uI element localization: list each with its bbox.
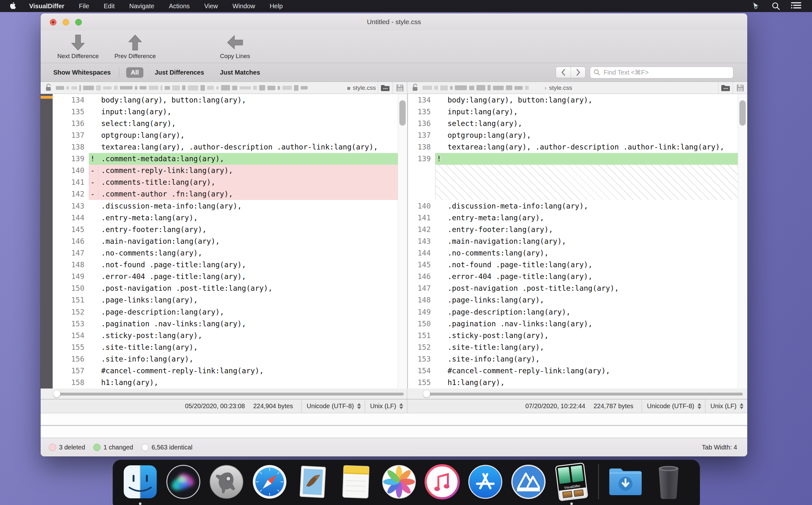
window-title: Untitled - style.css [41, 13, 747, 30]
pointer-tool-icon[interactable] [751, 1, 761, 11]
dock-safari-icon[interactable] [251, 463, 288, 501]
line-number: 135 [408, 106, 435, 118]
code-text: select:lang(ary), [445, 119, 747, 128]
menu-item-window[interactable]: Window [233, 3, 255, 10]
title-bar[interactable]: Untitled - style.css [41, 13, 747, 30]
spotlight-search-icon[interactable] [771, 2, 780, 10]
reveal-folder-button[interactable] [718, 82, 733, 94]
lock-icon[interactable] [412, 83, 419, 93]
line-content: .main-navigation:lang(ary), [435, 235, 747, 247]
code-text: .comments-title:lang(ary), [98, 178, 407, 186]
menu-item-edit[interactable]: Edit [104, 3, 114, 10]
save-button[interactable] [392, 82, 407, 94]
reveal-folder-button[interactable] [378, 82, 392, 94]
line-content: .discussion-meta-info:lang(ary), [435, 200, 747, 212]
right-filename: ›style.css [545, 85, 572, 92]
dock-photos-icon[interactable] [380, 463, 418, 501]
empty-strip [41, 426, 747, 438]
dock-mail-icon[interactable] [294, 463, 331, 501]
dock-app-store-icon[interactable] [467, 463, 504, 501]
menu-item-view[interactable]: View [204, 3, 218, 10]
menu-item-file[interactable]: File [79, 3, 89, 10]
diff-overview-map[interactable] [41, 94, 53, 399]
right-file-size: 224,787 bytes [593, 402, 633, 410]
toolbar-copy-lines-button[interactable]: Copy Lines [211, 34, 259, 60]
left-horizontal-scrollbar[interactable] [41, 388, 407, 399]
show-whitespaces-label[interactable]: Show Whitespaces [53, 69, 111, 76]
dock-visualdiffer-icon[interactable]: VisualDiffer [553, 463, 590, 501]
dock-launchpad-icon[interactable] [208, 463, 245, 501]
scrollbar-thumb[interactable] [739, 100, 746, 126]
notification-list-icon[interactable] [791, 2, 801, 10]
line-content: body:lang(ary), button:lang(ary), [435, 94, 747, 106]
left-file-size: 224,904 bytes [253, 402, 293, 410]
redacted-segment [301, 86, 308, 90]
line-number: 145 [408, 259, 435, 271]
left-encoding-select[interactable]: Unicode (UTF-8) [301, 399, 365, 413]
left-line-ending-select[interactable]: Unix (LF) [365, 399, 407, 413]
lock-icon[interactable] [45, 83, 52, 93]
diff-line-153: 153.site-info:lang(ary), [408, 353, 747, 365]
diff-marker: - [89, 190, 98, 198]
segment-all[interactable]: All [126, 67, 144, 78]
redacted-segment [423, 86, 432, 90]
dock-downloads-icon[interactable] [607, 463, 644, 501]
diff-line-155: 155.site-title:lang(ary), [53, 341, 407, 353]
line-number: 142 [53, 188, 89, 200]
search-input[interactable] [603, 68, 730, 76]
redacted-segment [188, 86, 198, 91]
scrollbar-track[interactable] [57, 393, 404, 395]
scrollbar-thumb[interactable] [399, 100, 406, 126]
apple-menu-icon[interactable] [10, 2, 17, 10]
collapsed-gap-row [408, 165, 747, 200]
line-number: 143 [53, 200, 89, 212]
line-content: select:lang(ary), [435, 118, 747, 129]
line-number: 140 [408, 200, 435, 212]
dock-itunes-icon[interactable] [424, 463, 461, 501]
dock-trash-icon[interactable] [650, 463, 687, 501]
redacted-segment [172, 86, 180, 91]
redacted-segment [140, 86, 147, 90]
find-next-button[interactable] [571, 67, 585, 78]
redacted-segment [182, 86, 186, 90]
segment-just-differences[interactable]: Just Differences [150, 67, 209, 78]
deleted-lines-hatch [435, 165, 747, 200]
right-path-bar: ›style.css [407, 82, 747, 94]
scrollbar-knob[interactable] [53, 390, 60, 397]
right-line-ending-select[interactable]: Unix (LF) [705, 399, 747, 413]
scrollbar-knob[interactable] [423, 390, 430, 397]
dock-notes-icon[interactable] [337, 463, 374, 501]
summary-footer: 3 deleted 1 changed 6,563 identical Tab … [41, 438, 747, 457]
toolbar-next-difference-button[interactable]: Next Difference [49, 34, 106, 60]
scrollbar-track[interactable] [427, 393, 743, 395]
diff-line-154: 154#cancel-comment-reply-link:lang(ary), [408, 365, 747, 377]
line-number: 136 [53, 118, 89, 129]
line-number: 148 [408, 294, 435, 306]
find-prev-button[interactable] [556, 67, 571, 78]
menu-item-visualdiffer[interactable]: VisualDiffer [29, 3, 64, 10]
save-button[interactable] [733, 82, 747, 94]
diff-marker: ! [89, 155, 98, 163]
line-number: 149 [53, 271, 89, 283]
left-vertical-scrollbar[interactable] [398, 94, 407, 388]
diff-line-152: 152.site-title:lang(ary), [408, 341, 747, 353]
right-horizontal-scrollbar[interactable] [407, 388, 747, 399]
right-vertical-scrollbar[interactable] [738, 94, 747, 388]
line-number: 137 [408, 129, 435, 141]
line-content: input:lang(ary), [435, 106, 747, 118]
diff-line-146: 146.main-navigation:lang(ary), [53, 235, 407, 247]
segment-just-matches[interactable]: Just Matches [215, 67, 265, 78]
menu-item-navigate[interactable]: Navigate [129, 3, 154, 10]
right-encoding-select[interactable]: Unicode (UTF-8) [642, 399, 705, 413]
line-content: .sticky-post:lang(ary), [435, 329, 747, 341]
code-text: .entry-meta:lang(ary), [445, 214, 747, 222]
menu-item-actions[interactable]: Actions [169, 3, 190, 10]
toolbar-prev-difference-button[interactable]: Prev Difference [106, 34, 164, 60]
dock-siri-icon[interactable] [165, 463, 202, 501]
menu-item-help[interactable]: Help [270, 3, 283, 10]
diff-line-149: 149.error-404 .page-title:lang(ary), [53, 271, 407, 283]
code-text: .error-404 .page-title:lang(ary), [445, 272, 747, 281]
redacted-segment [440, 86, 448, 91]
dock-finder-icon[interactable] [121, 463, 159, 501]
dock-mountain-app-icon[interactable] [510, 463, 547, 501]
